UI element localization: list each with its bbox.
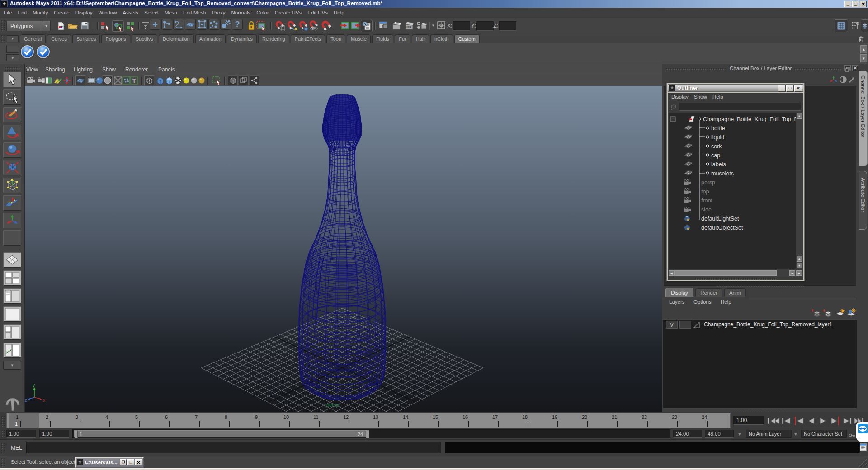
svg-text:4: 4 bbox=[105, 414, 108, 420]
svg-text:20: 20 bbox=[582, 414, 587, 420]
svg-text:labels: labels bbox=[711, 161, 726, 168]
svg-text:persp: persp bbox=[701, 179, 715, 186]
svg-text:12: 12 bbox=[343, 414, 349, 420]
svg-text:6: 6 bbox=[165, 414, 168, 420]
svg-text:14: 14 bbox=[403, 414, 408, 420]
svg-text:24: 24 bbox=[702, 414, 707, 420]
svg-text:9: 9 bbox=[255, 414, 258, 420]
svg-text:7: 7 bbox=[195, 414, 198, 420]
svg-text:T: T bbox=[132, 78, 136, 84]
svg-text:13: 13 bbox=[373, 414, 378, 420]
svg-text:top: top bbox=[701, 188, 709, 195]
svg-text:cap: cap bbox=[711, 152, 720, 159]
svg-text:17: 17 bbox=[492, 414, 498, 420]
svg-text:muselets: muselets bbox=[711, 170, 734, 177]
svg-text:liquid: liquid bbox=[711, 134, 724, 141]
svg-text:18: 18 bbox=[522, 414, 528, 420]
svg-text:19: 19 bbox=[552, 414, 557, 420]
svg-text:y: y bbox=[33, 383, 35, 388]
svg-text:x: x bbox=[43, 398, 45, 403]
svg-text:Champagne_Bottle_Krug_Foil_Top: Champagne_Bottle_Krug_Foil_Top_Remove bbox=[703, 116, 796, 122]
svg-text:bottle: bottle bbox=[711, 125, 725, 132]
svg-text:8: 8 bbox=[225, 414, 227, 420]
svg-text:22: 22 bbox=[642, 414, 647, 420]
svg-text:1: 1 bbox=[16, 414, 19, 420]
svg-text:front: front bbox=[701, 197, 713, 204]
svg-text:15: 15 bbox=[433, 414, 438, 420]
svg-text:defaultObjectSet: defaultObjectSet bbox=[701, 225, 743, 231]
svg-text:persp: persp bbox=[326, 402, 339, 408]
svg-text:2: 2 bbox=[46, 414, 48, 420]
svg-text:side: side bbox=[701, 207, 712, 213]
svg-text:z: z bbox=[25, 398, 27, 403]
svg-text:cork: cork bbox=[711, 143, 722, 150]
svg-text:3: 3 bbox=[75, 414, 78, 420]
svg-text:defaultLightSet: defaultLightSet bbox=[701, 216, 739, 222]
svg-text:11: 11 bbox=[313, 414, 318, 420]
svg-text:16: 16 bbox=[462, 414, 468, 420]
svg-text:21: 21 bbox=[612, 414, 617, 420]
svg-text:10: 10 bbox=[283, 414, 289, 420]
svg-text:5: 5 bbox=[135, 414, 138, 420]
svg-text:23: 23 bbox=[672, 414, 677, 420]
svg-text:IPR: IPR bbox=[406, 26, 412, 29]
